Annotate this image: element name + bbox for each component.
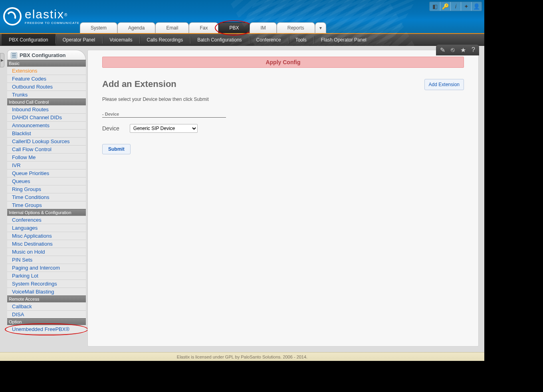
side-item-ivr[interactable]: IVR — [7, 161, 86, 169]
side-item-queues[interactable]: Queues — [7, 177, 86, 185]
side-item-unembedded-freepbx-[interactable]: Unembedded FreePBX® — [7, 325, 86, 333]
instruction-text: Please select your Device below then cli… — [102, 97, 464, 102]
side-item-languages[interactable]: Languages — [7, 224, 86, 232]
top-tabs: SystemAgendaEmailFaxPBXIMReports▾ — [80, 22, 326, 33]
top-banner: elastix® FREEDOM TO COMMUNICATE ◧ 🔑 i ✦ … — [0, 0, 484, 34]
side-item-call-flow-control[interactable]: Call Flow Control — [7, 145, 86, 153]
subnav-conference[interactable]: Conference — [249, 34, 288, 46]
side-item-inbound-routes[interactable]: Inbound Routes — [7, 105, 86, 113]
top-tab-email[interactable]: Email — [155, 22, 189, 33]
device-select[interactable]: Generic SIP Device — [130, 124, 198, 133]
side-panel-title-text: PBX Configuration — [20, 52, 66, 58]
side-item-extensions[interactable]: Extensions — [7, 67, 86, 75]
subnav-calls-recordings[interactable]: Calls Recordings — [139, 34, 190, 46]
side-item-announcements[interactable]: Announcements — [7, 121, 86, 129]
logo-subtext: FREEDOM TO COMMUNICATE — [25, 21, 79, 25]
info-icon[interactable]: i — [450, 2, 461, 11]
side-item-ring-groups[interactable]: Ring Groups — [7, 185, 86, 193]
side-head: Inbound Call Control — [7, 98, 86, 105]
top-tab-agenda[interactable]: Agenda — [117, 22, 155, 33]
logout-icon[interactable]: ⎋ — [451, 46, 455, 54]
help-icon[interactable]: ? — [472, 46, 475, 54]
subnav-pbx-configuration[interactable]: PBX Configuration — [2, 34, 55, 46]
side-item-blacklist[interactable]: Blacklist — [7, 129, 86, 137]
subnav-operator-panel[interactable]: Operator Panel — [55, 34, 102, 46]
search-icon[interactable]: 🔑 — [440, 2, 450, 11]
top-tab-more[interactable]: ▾ — [315, 22, 326, 33]
top-tab-reports[interactable]: Reports — [277, 22, 315, 33]
side-item-voicemail-blasting[interactable]: VoiceMail Blasting — [7, 288, 86, 295]
sidebar-expand-handle[interactable]: ▶ — [0, 53, 4, 67]
side-item-outbound-routes[interactable]: Outbound Routes — [7, 83, 86, 91]
side-item-misc-applications[interactable]: Misc Applications — [7, 232, 86, 240]
side-item-paging-and-intercom[interactable]: Paging and Intercom — [7, 264, 86, 272]
side-head: Basic — [7, 60, 86, 67]
footer-text: Elastix is licensed under GPL by PaloSan… — [0, 352, 484, 361]
side-item-misc-destinations[interactable]: Misc Destinations — [7, 240, 86, 248]
subnav-tools[interactable]: Tools — [288, 34, 314, 46]
card-toolbar: ✎ ⎋ ★ ? — [436, 45, 479, 55]
section-divider — [102, 117, 226, 118]
side-item-system-recordings[interactable]: System Recordings — [7, 280, 86, 288]
edit-icon[interactable]: ✎ — [440, 46, 445, 54]
logo-text: elastix — [25, 8, 64, 21]
side-item-disa[interactable]: DISA — [7, 310, 86, 318]
side-item-parking-lot[interactable]: Parking Lot — [7, 272, 86, 280]
side-item-callback[interactable]: Callback — [7, 302, 86, 310]
side-item-follow-me[interactable]: Follow Me — [7, 153, 86, 161]
side-item-trunks[interactable]: Trunks — [7, 91, 86, 98]
side-item-queue-priorities[interactable]: Queue Priorities — [7, 169, 86, 177]
side-item-feature-codes[interactable]: Feature Codes — [7, 75, 86, 83]
submit-button[interactable]: Submit — [102, 144, 131, 154]
side-item-music-on-hold[interactable]: Music on Hold — [7, 248, 86, 256]
section-label: - Device — [102, 112, 464, 116]
apply-config-bar[interactable]: Apply Config — [102, 57, 464, 68]
side-head: Internal Options & Configuration — [7, 209, 86, 216]
side-item-conferences[interactable]: Conferences — [7, 216, 86, 224]
top-tab-system[interactable]: System — [80, 22, 117, 33]
add-extension-button[interactable]: Add Extension — [424, 79, 464, 90]
top-tab-fax[interactable]: Fax — [189, 22, 218, 33]
subnav-batch-configurations[interactable]: Batch Configurations — [190, 34, 249, 46]
page-heading: Add an Extension — [102, 79, 464, 89]
theme-icon[interactable]: ◧ — [430, 2, 440, 11]
puzzle-icon[interactable]: ✦ — [461, 2, 471, 11]
side-panel-title: PBX Configuration — [7, 50, 86, 60]
star-icon[interactable]: ★ — [460, 46, 466, 54]
side-item-callerid-lookup-sources[interactable]: CallerID Lookup Sources — [7, 137, 86, 145]
config-icon — [11, 52, 17, 59]
subnav-voicemails[interactable]: Voicemails — [102, 34, 139, 46]
side-panel: PBX Configuration BasicExtensionsFeature… — [7, 50, 86, 352]
top-tab-im[interactable]: IM — [250, 22, 276, 33]
header-icon-bar: ◧ 🔑 i ✦ 👤 — [429, 2, 482, 11]
logo: elastix® FREEDOM TO COMMUNICATE — [3, 7, 79, 26]
highlight-ellipse — [215, 20, 253, 35]
device-label: Device — [102, 125, 119, 132]
side-head: Remote Access — [7, 295, 86, 302]
page-body: ▶ PBX Configuration BasicExtensionsFeatu… — [0, 46, 484, 352]
side-item-time-groups[interactable]: Time Groups — [7, 201, 86, 209]
side-head: Option — [7, 318, 86, 325]
side-item-time-conditions[interactable]: Time Conditions — [7, 193, 86, 201]
main-card: ✎ ⎋ ★ ? Apply Config Add Extension Add a… — [87, 50, 479, 347]
logo-mark-icon — [3, 7, 22, 26]
subnav-flash-operator-panel[interactable]: Flash Operator Panel — [314, 34, 374, 46]
top-tab-pbx[interactable]: PBX — [218, 22, 250, 33]
side-item-pin-sets[interactable]: PIN Sets — [7, 256, 86, 264]
side-item-dahdi-channel-dids[interactable]: DAHDI Channel DIDs — [7, 113, 86, 121]
user-icon[interactable]: 👤 — [471, 2, 482, 11]
